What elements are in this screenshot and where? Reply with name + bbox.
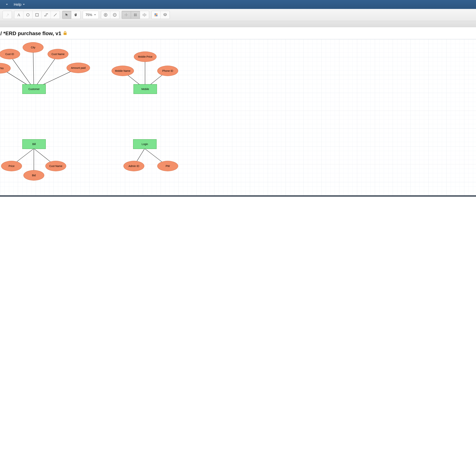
svg-line-4: [54, 14, 57, 16]
svg-rect-1: [36, 14, 38, 16]
snap-icon: [124, 13, 128, 17]
svg-rect-14: [156, 14, 157, 15]
tool-group-paint: [3, 11, 12, 19]
svg-line-18: [9, 54, 34, 89]
menu-help-label: Help: [14, 2, 21, 7]
chevron-down-icon: [23, 4, 25, 5]
text-icon: A: [17, 13, 20, 17]
page-title[interactable]: *ERD purchase flow, v1: [3, 31, 61, 36]
menu-help[interactable]: Help: [11, 0, 28, 9]
svg-line-19: [33, 50, 34, 89]
attr-cust-name[interactable]: Cust Name: [48, 49, 68, 59]
attr-amount-paid[interactable]: Amount paid: [67, 63, 90, 73]
layers-icon: [163, 13, 167, 17]
minus-circle-icon: [113, 13, 117, 17]
hand-icon: [74, 13, 78, 17]
palette-icon: [154, 13, 158, 17]
entity-bill[interactable]: Bill: [22, 139, 46, 149]
secondary-toolbar-strip: [0, 21, 476, 27]
line-icon: [53, 13, 57, 17]
breadcrumb: / *ERD purchase flow, v1: [0, 27, 476, 39]
ellipse-tool-button[interactable]: [23, 11, 33, 19]
zoom-value: 75%: [85, 13, 92, 17]
lock-icon: [63, 31, 67, 36]
svg-rect-13: [155, 14, 156, 15]
diagram-canvas[interactable]: Customer ne No Cust ID City Cust Name Am…: [0, 39, 476, 195]
status-bar: [0, 195, 476, 197]
toolbar: A 75%: [0, 9, 476, 21]
entity-login[interactable]: Login: [133, 139, 156, 149]
svg-point-0: [27, 14, 29, 16]
attr-admin-id[interactable]: Admin ID: [123, 161, 144, 171]
line-tool-button[interactable]: [51, 11, 60, 19]
attr-mobile-price[interactable]: Mobile Price: [134, 51, 156, 62]
entity-customer[interactable]: Customer: [22, 84, 46, 94]
menubar: Help: [0, 0, 476, 9]
attr-price[interactable]: Price: [1, 161, 22, 171]
attr-mobile-name[interactable]: Mobile Name: [112, 66, 134, 76]
svg-rect-2: [44, 16, 45, 16]
rectangle-tool-button[interactable]: [33, 11, 42, 19]
guides-icon: [142, 13, 147, 17]
zoom-select[interactable]: 75%: [83, 11, 99, 19]
pan-tool-button[interactable]: [71, 11, 80, 19]
square-icon: [35, 13, 39, 17]
circle-icon: [26, 13, 30, 17]
tool-group-shapes: A: [14, 11, 60, 19]
attr-phone-id[interactable]: Phone ID: [157, 66, 178, 76]
tool-group-zoom: [101, 11, 119, 19]
svg-line-20: [34, 54, 58, 89]
attr-bill-cust-name[interactable]: Cust Name: [45, 161, 66, 171]
tool-group-view: [151, 11, 170, 19]
svg-rect-3: [47, 14, 48, 14]
diagram-edges: [0, 39, 476, 195]
svg-rect-16: [156, 15, 157, 16]
snap-grid-button[interactable]: [122, 11, 131, 19]
snap-guides-button[interactable]: [140, 11, 149, 19]
text-tool-button[interactable]: A: [14, 11, 23, 19]
svg-rect-15: [155, 15, 156, 16]
format-painter-button[interactable]: [3, 11, 12, 19]
attr-pw[interactable]: PW: [157, 161, 178, 171]
tool-group-pointer: [62, 11, 81, 19]
theme-button[interactable]: [152, 11, 161, 19]
grid-icon: [133, 13, 137, 17]
paintbrush-icon: [5, 13, 9, 17]
attr-bid[interactable]: Bid: [23, 170, 44, 181]
attr-cust-id[interactable]: Cust ID: [0, 49, 20, 59]
connector-tool-button[interactable]: [42, 11, 51, 19]
zoom-out-button[interactable]: [110, 11, 119, 19]
show-grid-button[interactable]: [131, 11, 140, 19]
menu-prev-hidden[interactable]: [1, 0, 11, 9]
select-tool-button[interactable]: [62, 11, 71, 19]
entity-mobile[interactable]: Mobile: [134, 84, 157, 94]
breadcrumb-separator: /: [0, 31, 2, 36]
chevron-down-icon: [94, 14, 96, 16]
pointer-icon: [65, 13, 69, 17]
elbow-connector-icon: [44, 13, 48, 17]
plus-circle-icon: [103, 13, 108, 17]
attr-city[interactable]: City: [23, 42, 44, 53]
tool-group-grid: [122, 11, 149, 19]
zoom-in-button[interactable]: [101, 11, 110, 19]
layers-button[interactable]: [161, 11, 170, 19]
